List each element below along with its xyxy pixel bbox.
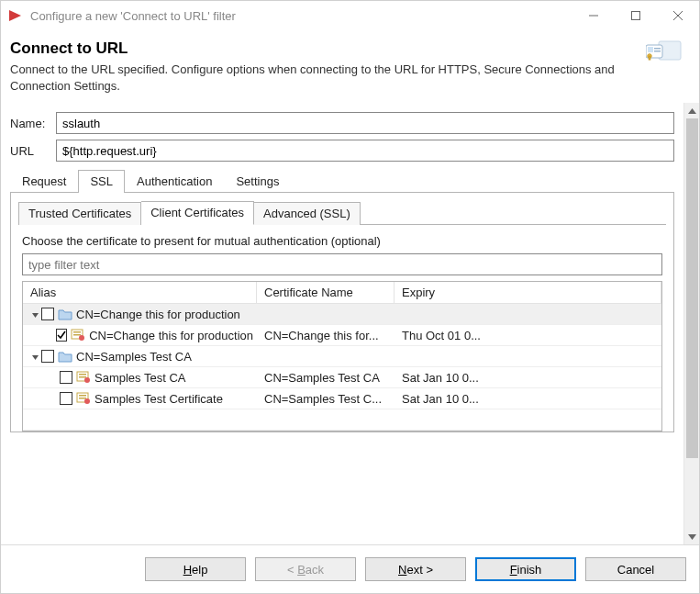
col-header-alias[interactable]: Alias bbox=[23, 282, 257, 304]
certificate-icon bbox=[71, 328, 85, 342]
titlebar: Configure a new 'Connect to URL' filter bbox=[1, 1, 699, 30]
cert-name-cell: CN=Samples Test C... bbox=[257, 392, 394, 406]
cert-row[interactable]: Samples Test CertificateCN=Samples Test … bbox=[23, 388, 661, 409]
expand-toggle-icon[interactable] bbox=[28, 353, 41, 361]
svg-rect-21 bbox=[79, 398, 86, 399]
tab-request[interactable]: Request bbox=[10, 170, 78, 193]
header-decorative-icon bbox=[639, 39, 683, 69]
vertical-scrollbar[interactable] bbox=[683, 103, 699, 544]
svg-rect-7 bbox=[654, 48, 661, 50]
window-title: Configure a new 'Connect to URL' filter bbox=[30, 9, 572, 23]
tabpanel-ssl: Trusted Certificates Client Certificates… bbox=[10, 192, 674, 432]
next-button[interactable]: Next > bbox=[365, 557, 466, 581]
app-icon bbox=[8, 8, 23, 23]
subtab-trusted-certificates[interactable]: Trusted Certificates bbox=[18, 202, 141, 225]
certificate-icon bbox=[76, 391, 91, 406]
svg-rect-1 bbox=[632, 12, 640, 20]
expand-toggle-icon[interactable] bbox=[28, 310, 41, 319]
svg-rect-16 bbox=[79, 374, 86, 375]
cert-table: Alias Certificate Name Expiry CN=Change … bbox=[22, 281, 662, 431]
row-checkbox[interactable] bbox=[41, 350, 54, 363]
name-label: Name: bbox=[10, 117, 56, 130]
finish-button[interactable]: Finish bbox=[475, 557, 576, 581]
subtab-client-certificates[interactable]: Client Certificates bbox=[141, 201, 254, 225]
cert-row[interactable]: Samples Test CACN=Samples Test CASat Jan… bbox=[23, 367, 661, 388]
scrollbar-thumb[interactable] bbox=[686, 118, 698, 458]
client-certificates-panel: Choose the certificate to present for mu… bbox=[18, 225, 666, 431]
cert-table-header: Alias Certificate Name Expiry bbox=[23, 282, 661, 304]
svg-rect-13 bbox=[73, 334, 81, 336]
svg-point-22 bbox=[84, 398, 90, 404]
table-row bbox=[23, 409, 661, 431]
cert-group-row[interactable]: CN=Samples Test CA bbox=[23, 346, 661, 367]
svg-rect-20 bbox=[79, 395, 86, 397]
main-tabstrip: Request SSL Authentication Settings bbox=[10, 169, 674, 192]
scroll-down-arrow-icon[interactable] bbox=[684, 529, 700, 544]
certificate-icon bbox=[76, 370, 91, 385]
help-button[interactable]: Help bbox=[145, 557, 246, 581]
tab-ssl[interactable]: SSL bbox=[78, 170, 125, 193]
svg-rect-8 bbox=[654, 50, 661, 52]
scroll-up-arrow-icon[interactable] bbox=[684, 103, 700, 118]
dialog-body: Name: URL Request SSL Authentication Set… bbox=[1, 103, 683, 544]
maximize-button[interactable] bbox=[615, 1, 657, 30]
cert-expiry-cell: Sat Jan 10 0... bbox=[394, 392, 661, 406]
alias-text: Samples Test Certificate bbox=[94, 392, 223, 406]
minimize-button[interactable] bbox=[572, 1, 615, 30]
dialog-window: Configure a new 'Connect to URL' filter … bbox=[0, 0, 700, 594]
alias-text: CN=Change this for production bbox=[76, 308, 240, 321]
row-checkbox[interactable] bbox=[60, 392, 72, 405]
subtab-advanced-ssl[interactable]: Advanced (SSL) bbox=[254, 202, 361, 225]
cert-name-cell: CN=Samples Test CA bbox=[257, 371, 394, 385]
cert-group-row[interactable]: CN=Change this for production bbox=[23, 304, 661, 325]
cert-expiry-cell: Sat Jan 10 0... bbox=[394, 371, 661, 385]
col-header-certificate-name[interactable]: Certificate Name bbox=[257, 282, 394, 304]
url-input[interactable] bbox=[56, 140, 674, 162]
dialog-footer: Help < Back Next > Finish Cancel bbox=[1, 545, 699, 593]
col-header-expiry[interactable]: Expiry bbox=[394, 282, 661, 304]
cert-filter-input[interactable] bbox=[22, 253, 662, 275]
cert-row[interactable]: CN=Change this for productionCN=Change t… bbox=[23, 325, 661, 346]
alias-text: CN=Change this for production bbox=[89, 329, 253, 342]
back-button[interactable]: < Back bbox=[255, 557, 356, 581]
client-cert-hint: Choose the certificate to present for mu… bbox=[22, 234, 662, 248]
alias-text: CN=Samples Test CA bbox=[76, 350, 192, 364]
cancel-button[interactable]: Cancel bbox=[585, 557, 686, 581]
svg-rect-6 bbox=[648, 47, 653, 52]
row-checkbox[interactable] bbox=[41, 308, 54, 320]
name-input[interactable] bbox=[56, 112, 674, 134]
alias-text: Samples Test CA bbox=[94, 371, 185, 385]
svg-point-14 bbox=[79, 335, 84, 341]
close-button[interactable] bbox=[657, 1, 699, 30]
row-checkbox[interactable] bbox=[60, 371, 72, 384]
svg-rect-10 bbox=[649, 56, 650, 60]
tab-settings[interactable]: Settings bbox=[224, 170, 291, 193]
page-title: Connect to URL bbox=[10, 39, 628, 58]
svg-rect-17 bbox=[79, 376, 86, 378]
cert-expiry-cell: Thu Oct 01 0... bbox=[394, 329, 661, 342]
cert-name-cell: CN=Change this for... bbox=[257, 329, 394, 342]
page-description: Connect to the URL specified. Configure … bbox=[10, 62, 628, 94]
folder-icon bbox=[58, 307, 72, 321]
dialog-header: Connect to URL Connect to the URL specif… bbox=[1, 30, 699, 103]
svg-point-18 bbox=[84, 377, 90, 383]
svg-rect-12 bbox=[73, 331, 81, 333]
url-label: URL bbox=[10, 144, 56, 158]
ssl-sub-tabstrip: Trusted Certificates Client Certificates… bbox=[18, 200, 666, 225]
tab-authentication[interactable]: Authentication bbox=[125, 170, 224, 193]
row-checkbox[interactable] bbox=[56, 329, 67, 342]
folder-icon bbox=[58, 349, 72, 364]
